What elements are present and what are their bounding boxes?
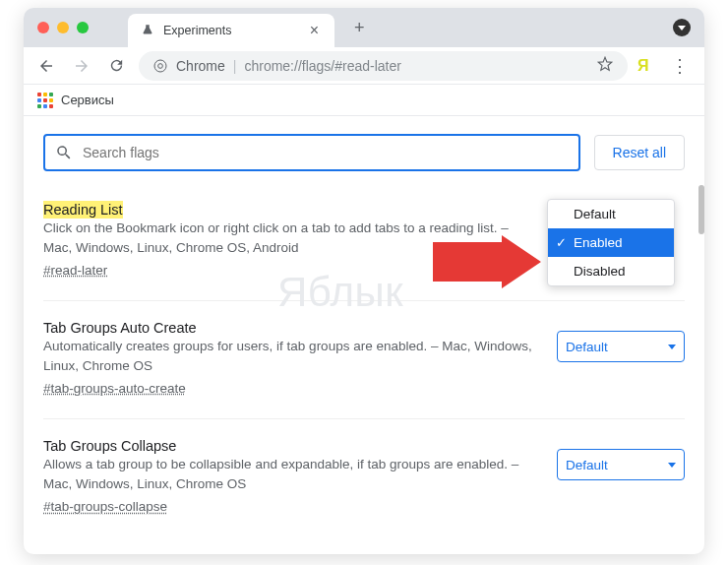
url-scheme-label: Chrome <box>176 58 225 74</box>
page-content: Reset all Яблык Reading ListClick on the… <box>24 116 704 554</box>
flag-title: Reading List <box>43 201 123 219</box>
close-window-button[interactable] <box>37 22 49 33</box>
minimize-window-button[interactable] <box>57 22 69 33</box>
svg-point-1 <box>158 63 163 68</box>
yandex-extension-icon[interactable]: Я <box>637 57 655 75</box>
bookmark-star-icon[interactable] <box>596 55 614 76</box>
flag-select[interactable]: Default <box>557 331 685 362</box>
dropdown-option[interactable]: Enabled <box>548 228 674 257</box>
flag-description: Allows a tab group to be collapsible and… <box>43 455 537 493</box>
chrome-page-icon <box>152 58 168 74</box>
traffic-lights <box>37 22 89 33</box>
browser-window: Experiments × + Chrome | chrome://flags/… <box>24 8 704 554</box>
new-tab-button[interactable]: + <box>346 14 373 42</box>
flag-anchor-link[interactable]: #read-later <box>43 263 107 278</box>
titlebar: Experiments × + <box>24 8 704 47</box>
svg-point-0 <box>154 60 166 72</box>
dropdown-option[interactable]: Default <box>548 200 674 228</box>
flag-anchor-link[interactable]: #tab-groups-auto-create <box>43 381 186 396</box>
maximize-window-button[interactable] <box>77 22 89 33</box>
dropdown-option[interactable]: Disabled <box>548 257 674 285</box>
flag-anchor-link[interactable]: #tab-groups-collapse <box>43 499 167 514</box>
flag-select[interactable]: Default <box>557 449 685 480</box>
flag-title: Tab Groups Collapse <box>43 438 176 454</box>
menu-button[interactable]: ⋮ <box>665 53 695 79</box>
url-path: chrome://flags/#read-later <box>244 58 401 74</box>
scrollbar-thumb[interactable] <box>698 185 704 234</box>
bookmarks-apps-label[interactable]: Сервисы <box>61 93 114 107</box>
apps-icon[interactable] <box>37 93 53 108</box>
profile-menu-icon[interactable] <box>673 19 691 36</box>
search-flags-box[interactable] <box>43 134 580 171</box>
bookmarks-bar: Сервисы <box>24 85 704 116</box>
close-tab-button[interactable]: × <box>306 20 323 41</box>
flag-description: Click on the Bookmark icon or right clic… <box>43 219 537 257</box>
reset-all-button[interactable]: Reset all <box>594 135 685 170</box>
flask-icon <box>140 23 155 38</box>
forward-button[interactable] <box>69 53 94 79</box>
browser-tab[interactable]: Experiments × <box>128 14 334 47</box>
search-input[interactable] <box>83 145 569 160</box>
reload-button[interactable] <box>104 53 129 78</box>
flag-title: Tab Groups Auto Create <box>43 320 197 336</box>
flag-description: Automatically creates groups for users, … <box>43 337 537 375</box>
scrollbar[interactable] <box>698 185 704 264</box>
flag-dropdown-menu: DefaultEnabledDisabled <box>547 199 675 286</box>
back-button[interactable] <box>33 53 59 79</box>
tab-title: Experiments <box>163 24 298 37</box>
flag-item: Tab Groups CollapseAllows a tab group to… <box>43 437 685 536</box>
address-bar[interactable]: Chrome | chrome://flags/#read-later <box>139 51 628 81</box>
flag-item: Tab Groups Auto CreateAutomatically crea… <box>43 319 685 419</box>
toolbar: Chrome | chrome://flags/#read-later Я ⋮ <box>24 47 704 85</box>
search-icon <box>55 144 73 161</box>
